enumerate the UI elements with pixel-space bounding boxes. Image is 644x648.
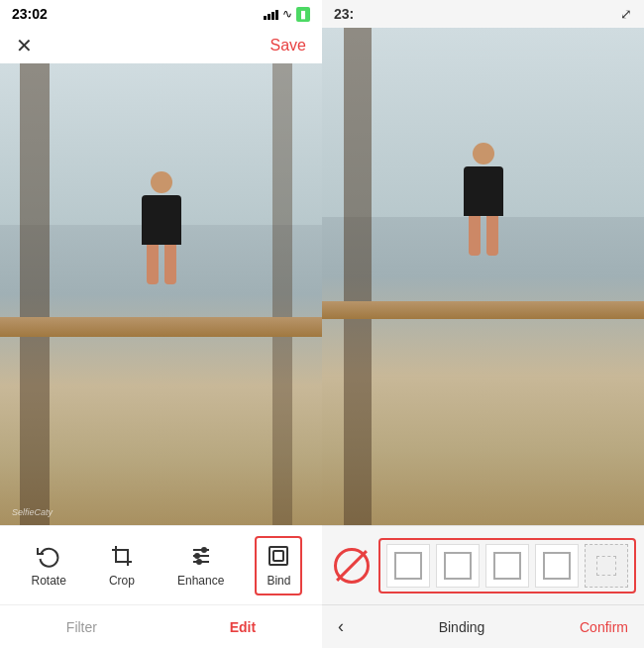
back-button[interactable]: ‹ xyxy=(338,616,344,637)
svg-rect-6 xyxy=(269,547,287,565)
person-leg-left xyxy=(147,245,159,284)
bind-option-1-inner xyxy=(394,552,422,580)
close-button[interactable]: ✕ xyxy=(16,34,33,57)
edit-nav[interactable]: Edit xyxy=(230,619,256,635)
photo-window-frame-right xyxy=(272,63,292,525)
save-button[interactable]: Save xyxy=(270,37,306,54)
bind-label: Bind xyxy=(267,574,290,588)
photo-window-frame-left xyxy=(20,63,50,525)
crop-icon xyxy=(110,544,134,568)
enhance-icon xyxy=(189,544,213,568)
bind-option-3-inner xyxy=(493,552,521,580)
left-panel: 23:02 ∿ ▮ ✕ Save xyxy=(0,0,322,648)
bind-tool[interactable]: Bind xyxy=(255,536,302,595)
bottom-nav-right: ‹ Binding Confirm xyxy=(322,604,644,648)
person-leg-right xyxy=(164,245,176,284)
expand-icon: ⤢ xyxy=(620,6,632,22)
bind-option-group xyxy=(378,538,636,594)
person-head-right xyxy=(473,143,494,164)
status-icons-left: ∿ ▮ xyxy=(264,7,310,22)
person-silhouette-right xyxy=(444,127,523,525)
person-head xyxy=(151,171,172,193)
person-leg-right-right xyxy=(486,216,498,256)
svg-point-3 xyxy=(195,554,199,558)
svg-point-4 xyxy=(202,548,206,552)
bind-option-2-inner xyxy=(444,552,472,580)
rotate-tool[interactable]: Rotate xyxy=(20,536,78,595)
battery-icon: ▮ xyxy=(296,7,310,22)
photo-container-left: SelfieCaty xyxy=(0,63,322,525)
bind-icon xyxy=(267,544,290,568)
person-body-right xyxy=(464,166,503,216)
photo-watermark: SelfieCaty xyxy=(12,507,53,517)
bottom-toolbar: Rotate Crop xyxy=(0,525,322,604)
status-time-left: 23:02 xyxy=(12,6,48,22)
crop-label: Crop xyxy=(109,574,135,588)
rotate-label: Rotate xyxy=(32,574,66,588)
bind-option-5-inner xyxy=(596,556,616,576)
filter-nav[interactable]: Filter xyxy=(66,619,97,635)
bottom-nav-left: Filter Edit xyxy=(0,604,322,648)
bind-option-5[interactable] xyxy=(585,544,628,588)
bind-option-1[interactable] xyxy=(386,544,430,588)
no-bind-circle-icon xyxy=(334,548,370,584)
svg-rect-7 xyxy=(273,551,283,561)
signal-icon xyxy=(264,8,278,20)
wifi-icon: ∿ xyxy=(282,7,292,21)
right-window-frame xyxy=(344,28,372,525)
enhance-label: Enhance xyxy=(177,574,224,588)
photo-container-right xyxy=(322,28,644,525)
status-bar-left: 23:02 ∿ ▮ xyxy=(0,0,322,28)
no-bind-button[interactable] xyxy=(330,544,373,588)
bind-option-4[interactable] xyxy=(535,544,579,588)
confirm-button[interactable]: Confirm xyxy=(580,619,628,635)
bind-option-4-inner xyxy=(543,552,571,580)
crop-tool[interactable]: Crop xyxy=(97,536,147,595)
right-panel: 23: ⤢ xyxy=(322,0,644,648)
bind-option-2[interactable] xyxy=(436,544,480,588)
rotate-icon xyxy=(37,544,60,568)
person-leg-left-right xyxy=(469,216,481,256)
person-legs xyxy=(147,245,176,284)
enhance-tool[interactable]: Enhance xyxy=(165,536,236,595)
top-bar: ✕ Save xyxy=(0,28,322,63)
svg-point-5 xyxy=(197,560,201,564)
photo-background-left: SelfieCaty xyxy=(0,63,322,525)
person-silhouette xyxy=(122,156,201,525)
person-legs-right xyxy=(469,216,498,256)
bind-options-panel xyxy=(322,525,644,604)
bind-option-3[interactable] xyxy=(485,544,529,588)
photo-background-right xyxy=(322,28,644,525)
person-body xyxy=(142,195,181,245)
status-time-right: 23: xyxy=(334,6,354,22)
status-bar-right: 23: ⤢ xyxy=(322,0,644,28)
binding-label: Binding xyxy=(439,619,485,635)
